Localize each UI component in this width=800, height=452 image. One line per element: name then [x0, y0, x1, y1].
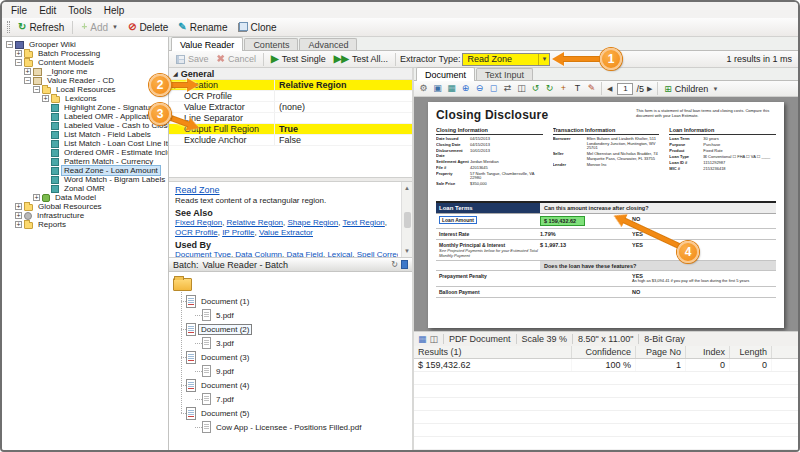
document-viewport[interactable]: Closing Disclosure This form is a statem… — [414, 97, 798, 331]
tree-item-zonal-omr[interactable]: Zonal OMR — [4, 184, 168, 193]
tree-expander-icon[interactable]: − — [33, 86, 40, 93]
settings-icon[interactable]: ⚙ — [417, 82, 430, 95]
batch-name[interactable]: Value Reader - Batch — [203, 260, 288, 270]
menu-tools[interactable]: Tools — [62, 4, 97, 17]
tree-item-local-resources[interactable]: −Local Resources — [4, 85, 168, 94]
results-column-confidence[interactable]: Confidence — [572, 346, 636, 358]
batch-document-4[interactable]: Document (4) — [186, 378, 412, 392]
tree-item-ordered-omr-estimate-includes[interactable]: Ordered OMR - Estimate Includes — [4, 148, 168, 157]
tree-expander-icon[interactable]: − — [24, 77, 31, 84]
status-8-50-x-11-00[interactable]: 8.50" x 11.00" — [578, 334, 633, 344]
rotate-right-icon[interactable]: ↻ — [543, 82, 556, 95]
tab-advanced[interactable]: Advanced — [299, 38, 357, 50]
batch-file-3-pdf[interactable]: 3.pdf — [202, 336, 412, 350]
link-lexical[interactable]: Lexical — [327, 250, 352, 258]
thumbnails-icon[interactable]: ▦ — [445, 82, 458, 95]
select-text-icon[interactable]: T — [571, 82, 584, 95]
batch-document-1[interactable]: Document (1) — [186, 294, 412, 308]
cancel-button[interactable]: ✖ Cancel — [214, 53, 259, 65]
status-pdf-document[interactable]: PDF Document — [449, 334, 511, 344]
tree-item-global-resources[interactable]: +Global Resources — [4, 202, 168, 211]
tree-item-labeled-omr-application-type[interactable]: Labeled OMR - Application Type — [4, 112, 168, 121]
tree-item-labeled-value-cash-to-close[interactable]: Labeled Value - Cash to Close — [4, 121, 168, 130]
tree-expander-icon[interactable]: + — [15, 203, 22, 210]
scroll-down-icon[interactable]: ▼ — [404, 246, 410, 256]
tree-expander-icon[interactable]: + — [24, 68, 31, 75]
refresh-button[interactable]: ↻Refresh — [14, 21, 68, 34]
results-column-index[interactable]: Index — [686, 346, 730, 358]
link-spell-corrector[interactable]: Spell Corrector — [357, 250, 398, 258]
batch-file-9-pdf[interactable]: 9.pdf — [202, 364, 412, 378]
tree-item-read-zone-loan-amount[interactable]: Read Zone - Loan Amount — [4, 166, 168, 175]
link-fixed-region[interactable]: Fixed Region — [175, 218, 222, 227]
link-shape-region[interactable]: Shape Region — [288, 218, 339, 227]
save-button[interactable]: Save — [173, 53, 212, 65]
dropdown-caret-icon[interactable]: ▼ — [538, 54, 549, 65]
tree-expander-icon[interactable]: + — [33, 194, 40, 201]
tab-text-input[interactable]: Text Input — [476, 68, 533, 80]
description-scrollbar[interactable]: ▲ ▼ — [401, 182, 412, 257]
grid-icon[interactable]: ▦ — [418, 334, 427, 344]
menu-help[interactable]: Help — [98, 4, 131, 17]
tree-item-value-reader-cd[interactable]: −Value Reader - CD — [4, 76, 168, 85]
scroll-up-icon[interactable]: ▲ — [404, 183, 410, 193]
link-document-type[interactable]: Document Type — [175, 250, 231, 258]
extracted-value-highlight[interactable]: $ 159,432.62 — [540, 216, 585, 226]
property-row-exclude-anchor[interactable]: Exclude AnchorFalse — [169, 135, 412, 146]
zoom-out-icon[interactable]: ⊖ — [473, 82, 486, 95]
clone-button[interactable]: Clone — [234, 21, 281, 34]
results-column-results-1[interactable]: Results (1) — [414, 346, 572, 358]
layout-icon[interactable]: ◫ — [430, 334, 439, 344]
tree-expander-icon[interactable]: + — [15, 50, 22, 57]
batch-document-3[interactable]: Document (3) — [186, 350, 412, 364]
rotate-left-icon[interactable]: ↺ — [529, 82, 542, 95]
fit-page-icon[interactable]: ◫ — [515, 82, 528, 95]
tree-expander-icon[interactable]: + — [15, 221, 22, 228]
tree-item-ignore-me[interactable]: +_Ignore me — [4, 67, 168, 76]
link-ocr-profile[interactable]: OCR Profile — [175, 228, 218, 237]
batch-file-5-pdf[interactable]: 5.pdf — [202, 308, 412, 322]
tree-item-lexicons[interactable]: +Lexicons — [4, 94, 168, 103]
menu-edit[interactable]: Edit — [33, 4, 62, 17]
tree-item-highlight-zone-signature[interactable]: Highlight Zone - Signature — [4, 103, 168, 112]
results-column-length[interactable]: Length — [730, 346, 772, 358]
extractor-type-dropdown[interactable]: Read Zone ▼ — [462, 53, 550, 66]
link-ip-profile[interactable]: IP Profile — [222, 228, 254, 237]
rename-button[interactable]: ✎Rename — [174, 21, 231, 34]
save-icon[interactable]: ▣ — [431, 82, 444, 95]
prev-page-button[interactable]: ◀ — [605, 85, 614, 93]
results-row[interactable]: $ 159,432.62100 %100 — [414, 359, 798, 372]
batch-file-cow-app-licensee-positions-filled-pdf[interactable]: Cow App - Licensee - Positions Filled.pd… — [202, 420, 412, 434]
results-column-page-no[interactable]: Page No — [636, 346, 686, 358]
property-row-line-separator[interactable]: Line Separator — [169, 113, 412, 124]
tree-expander-icon[interactable]: − — [6, 41, 13, 48]
delete-button[interactable]: ⊘Delete — [124, 21, 172, 34]
batch-viewer-icon[interactable] — [401, 260, 408, 269]
page-number-input[interactable]: 1 — [617, 83, 633, 95]
batch-document-5[interactable]: Document (5) — [186, 406, 412, 420]
refresh-batch-icon[interactable]: ↻ — [391, 260, 398, 269]
zoom-region-icon[interactable]: ◻ — [487, 82, 500, 95]
tree-item-pattern-match-currency[interactable]: Pattern Match - Currency — [4, 157, 168, 166]
property-row-value-extractor[interactable]: Value Extractor(none) — [169, 102, 412, 113]
link-relative-region[interactable]: Relative Region — [227, 218, 283, 227]
tab-value-reader[interactable]: Value Reader — [171, 37, 243, 51]
description-title-link[interactable]: Read Zone — [175, 185, 220, 195]
test-single-button[interactable]: ▶ Test Single — [268, 53, 329, 65]
tree-item-list-match-field-labels[interactable]: List Match - Field Labels — [4, 130, 168, 139]
property-row-location[interactable]: ▶LocationRelative Region — [169, 80, 412, 91]
children-dropdown[interactable]: ⊞ Children ▼ — [661, 84, 721, 94]
tree-expander-icon[interactable]: + — [15, 212, 22, 219]
link-text-region[interactable]: Text Region — [343, 218, 385, 227]
property-row-output-full-region[interactable]: Output Full RegionTrue — [169, 124, 412, 135]
batch-file-7-pdf[interactable]: 7.pdf — [202, 392, 412, 406]
tree-item-list-match-loan-cost-line-items[interactable]: List Match - Loan Cost Line Items — [4, 139, 168, 148]
test-all-button[interactable]: ▶▶ Test All... — [331, 53, 391, 65]
status-scale-39[interactable]: Scale 39 % — [522, 334, 568, 344]
tree-item-content-models[interactable]: −Content Models — [4, 58, 168, 67]
annotate-icon[interactable]: ✎ — [585, 82, 598, 95]
tree-expander-icon[interactable]: + — [42, 95, 49, 102]
menu-file[interactable]: File — [5, 4, 33, 17]
batch-root-folder[interactable] — [173, 274, 412, 294]
tab-document[interactable]: Document — [416, 67, 475, 81]
